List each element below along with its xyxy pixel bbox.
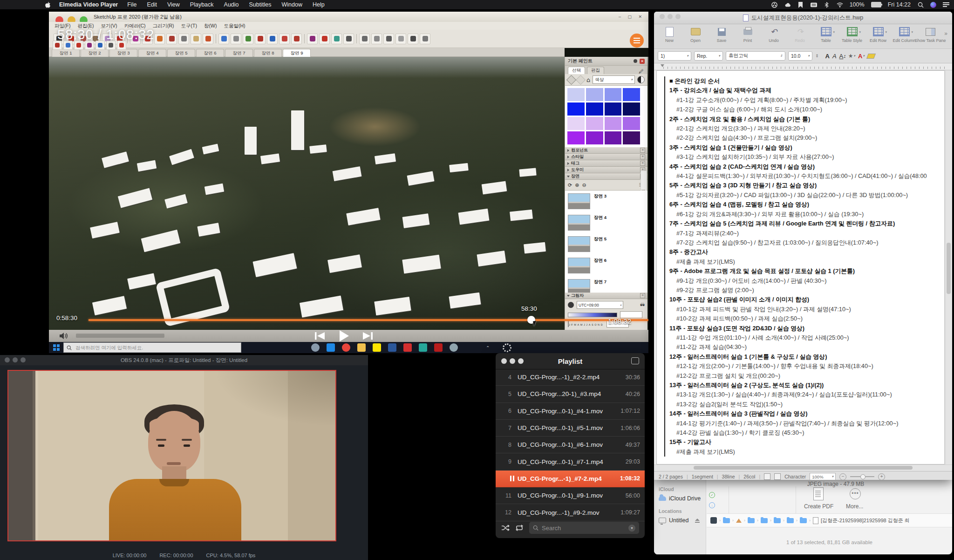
bluetooth-icon[interactable] (824, 1, 830, 8)
font-select[interactable]: 휴먼고딕⇕ (726, 51, 785, 61)
wifi-icon[interactable] (837, 1, 843, 8)
zoom-out-icon[interactable]: − (839, 473, 846, 480)
document-area[interactable]: ■ 온라인 강의 순서1주 - 강의소개 / 실습 및 재택수업 과제#1-1강… (654, 70, 952, 464)
breadcrumb[interactable]: › › › › › › › › [김형준-21925998]21925998 김… (707, 513, 952, 527)
insert-mode-icon[interactable] (764, 473, 770, 480)
folder-crumb-icon[interactable] (748, 518, 755, 523)
toolbar-overflow-icon[interactable]: » (944, 30, 947, 37)
app-crumb-icon[interactable] (710, 517, 717, 524)
user-crumb-icon[interactable] (736, 519, 742, 523)
playlist-row[interactable]: 6 UD_CG-Progr...0-1)_#4-1.mov 1:07:12 (496, 403, 645, 420)
hwp-toolbar-button[interactable]: ↷▾ Redo (787, 27, 812, 43)
style-select[interactable]: 1)▾ (658, 51, 691, 61)
folder-crumb-icon[interactable] (723, 518, 730, 523)
menubar-menu-item[interactable]: Audio (224, 1, 239, 8)
minimize-button[interactable] (510, 358, 515, 364)
eject-icon[interactable] (695, 519, 700, 523)
font-color-button[interactable]: A▾ (858, 53, 865, 60)
play-button[interactable] (338, 330, 350, 342)
more-actions-icon[interactable]: ••• (850, 488, 861, 499)
menubar-menu-item[interactable]: Subtitles (249, 1, 272, 8)
elmedia-video-window[interactable]: SketchUp 프로 2020 (평가판 2일 남음) – ▢ ✕ 파일(F)… (49, 12, 648, 353)
zoom-slider[interactable] (850, 476, 874, 477)
active-app-name[interactable]: Elmedia Video Player (59, 1, 118, 8)
italic-button[interactable]: A (832, 53, 837, 60)
spotlight-search-icon[interactable] (917, 1, 924, 8)
underline-button[interactable]: A▾ (839, 53, 845, 60)
menubar-menu-item[interactable]: File (127, 1, 136, 8)
folder-crumb-icon[interactable] (787, 518, 794, 523)
sidebar-item-icloud-drive[interactable]: iCloud Drive (659, 495, 706, 502)
obs-status-icon[interactable] (771, 1, 778, 8)
paragraph-select[interactable]: Rep.▾ (694, 51, 723, 61)
bookmark-menu-icon[interactable] (797, 1, 804, 8)
hwp-toolbar-button[interactable]: ▾ Table Style (839, 27, 865, 43)
hwp-toolbar-button[interactable]: ▾ Table (813, 27, 838, 43)
hwp-toolbar-button[interactable]: ▾ Edit Column (892, 27, 917, 43)
next-button[interactable] (362, 331, 373, 341)
cloud-menu-icon[interactable] (784, 1, 791, 8)
sidebar-item-untitled-volume[interactable]: Untitled (659, 517, 706, 524)
menubar-clock[interactable]: Fri 14:22 (888, 1, 911, 8)
document-page[interactable]: ■ 온라인 강의 순서1주 - 강의소개 / 실습 및 재택수업 과제#1-1강… (656, 70, 945, 464)
player-settings-gear-icon[interactable] (503, 343, 511, 352)
previous-button[interactable] (314, 331, 326, 341)
overwrite-mode-icon[interactable] (774, 473, 781, 480)
create-pdf-label[interactable]: Create PDF (804, 503, 833, 510)
folder-crumb-icon[interactable] (761, 518, 768, 523)
hwp-toolbar-button[interactable]: ▾ Open (683, 27, 708, 43)
shuffle-icon[interactable] (501, 525, 510, 531)
close-button[interactable] (5, 357, 10, 362)
menubar-menu-item[interactable]: Edit (147, 1, 157, 8)
folder-crumb-icon[interactable] (800, 518, 807, 523)
more-actions-label[interactable]: More... (846, 503, 863, 510)
playlist-search-input[interactable] (541, 524, 613, 532)
playlist-row[interactable]: 5 UD_CG-Progr...20-1)_#3.mp4 40:26 (496, 386, 645, 403)
close-button[interactable] (501, 358, 507, 364)
repeat-icon[interactable] (515, 525, 524, 531)
menubar-menu-item[interactable]: View (167, 1, 180, 8)
menubar-menu-item[interactable]: Help (313, 1, 325, 8)
hwp-toolbar-button[interactable]: ▾ Save (709, 27, 734, 43)
zoom-button[interactable] (518, 358, 524, 364)
hwp-toolbar-button[interactable]: ▾ Edit Row (865, 27, 891, 43)
create-pdf-icon[interactable] (813, 487, 824, 500)
playlist-row[interactable]: 4 UD_CG-Progr...-1)_#2-2.mp4 30:36 (496, 369, 645, 386)
bold-button[interactable]: A (825, 53, 830, 60)
folder-crumb-icon[interactable] (774, 518, 781, 523)
minimize-button[interactable] (668, 14, 673, 19)
siri-icon[interactable] (930, 2, 936, 8)
zoom-button[interactable] (675, 14, 681, 19)
hwp-toolbar-button[interactable]: ↶▾ Undo (761, 27, 786, 43)
finder-window[interactable]: JPEG image - 47.9 MB iCloud iCloud Drive… (654, 480, 952, 554)
highlighter-button[interactable] (866, 54, 876, 59)
playlist-row[interactable]: 7 UD_CG-Progr...0-1)_#5-1.mov 1:06:06 (496, 420, 645, 437)
seek-bar[interactable] (89, 319, 648, 321)
minimize-button[interactable] (13, 357, 18, 362)
hwp-document-window[interactable]: 도시설계표현응용(2020-1)-강의리스트.hwp ▾ New ▾ Open … (654, 12, 952, 480)
playlist-row[interactable]: 9 UD_CG-Progr...0-1)_#7-1.mp4 29:03 (496, 453, 645, 470)
menubar-menu-item[interactable]: Window (281, 1, 302, 8)
close-button[interactable] (660, 14, 665, 19)
hwp-toolbar-button[interactable]: ▾ Print (735, 27, 760, 43)
obs-window[interactable]: OBS 24.0.8 (mac) - 프로파일: Untitled - 장면: … (0, 355, 368, 560)
playlist-window[interactable]: Playlist 4 UD_CG-Progr...-1)_#2-2.mp4 30… (496, 353, 645, 538)
search-filter-chevron-icon[interactable]: ▾ (628, 525, 635, 532)
size-stepper[interactable]: ⇕ (815, 54, 819, 58)
font-size-select[interactable]: 10.0▾ (788, 51, 812, 61)
notification-center-icon[interactable] (943, 1, 949, 8)
outline-style-button[interactable]: ★▾ (848, 53, 855, 59)
zoom-button[interactable] (20, 357, 26, 362)
playlist-search-field[interactable]: ▾ (529, 522, 639, 534)
hwp-toolbar-button[interactable]: ▾ New (657, 27, 682, 43)
keyboard-menu-icon[interactable] (811, 1, 817, 8)
playlist-row[interactable]: 8 UD_CG-Progr...0-1)_#6-1.mov 49:37 (496, 437, 645, 453)
horizontal-scrollbar[interactable] (654, 464, 952, 471)
zoom-in-icon[interactable]: + (878, 473, 885, 480)
hwp-toolbar-button[interactable]: ▾ Show Task Pane (918, 27, 943, 43)
playlist-row[interactable]: UD_CG-Progr...-1)_#7-2.mp4 1:08:32 (496, 471, 645, 487)
detach-window-icon[interactable] (631, 357, 639, 364)
apple-menu-icon[interactable] (45, 1, 51, 8)
menubar-menu-item[interactable]: Playback (190, 1, 214, 8)
zoom-select[interactable]: 100%▾ (810, 473, 836, 480)
